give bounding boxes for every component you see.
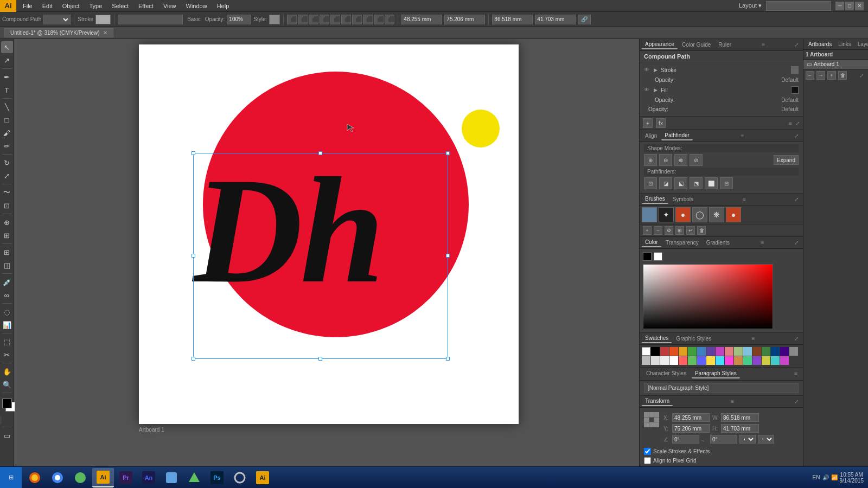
brush-btn-6[interactable]: 🗑 bbox=[697, 226, 706, 235]
handle-bm[interactable] bbox=[318, 357, 322, 361]
brushes-options-icon[interactable]: ≡ bbox=[741, 195, 748, 203]
swatch-olive[interactable] bbox=[762, 356, 770, 365]
x-input[interactable] bbox=[401, 15, 442, 24]
menu-object[interactable]: Object bbox=[58, 2, 84, 10]
fill-color-swatch[interactable] bbox=[2, 399, 12, 408]
swatch-orchid[interactable] bbox=[780, 356, 789, 365]
swatch-2[interactable] bbox=[669, 347, 678, 356]
crop-btn[interactable]: ⬔ bbox=[690, 177, 703, 189]
brushes-expand-icon[interactable]: ⤢ bbox=[792, 195, 801, 203]
swatch-grn-lt[interactable] bbox=[688, 356, 697, 365]
fill-color-display[interactable] bbox=[791, 86, 799, 94]
artboard-btn-3[interactable]: + bbox=[827, 71, 836, 80]
shape-builder-tool[interactable]: ⊕ bbox=[1, 216, 13, 228]
swatch-gray3[interactable] bbox=[651, 356, 660, 365]
tab-swatches[interactable]: Swatches bbox=[642, 334, 672, 343]
stroke-visibility-icon[interactable]: 👁 bbox=[644, 67, 650, 73]
align-middle-btn[interactable]: ⬛ bbox=[330, 15, 340, 24]
fx-btn[interactable]: fx bbox=[656, 118, 666, 128]
brush-btn-2[interactable]: − bbox=[654, 226, 662, 235]
pen-tool[interactable]: ✒ bbox=[1, 71, 13, 83]
taskbar-clock[interactable]: 10:55 AM 9/14/2015 bbox=[840, 472, 864, 484]
distribute-v-btn[interactable]: ⬛ bbox=[363, 15, 373, 24]
transform-shear-input[interactable] bbox=[710, 435, 737, 444]
swatch-teal[interactable] bbox=[771, 356, 780, 365]
tab-layers[interactable]: Layers bbox=[855, 40, 868, 48]
swatch-mag[interactable] bbox=[725, 356, 733, 365]
canvas-area[interactable]: Dh Artboard 1 bbox=[14, 39, 639, 474]
zoom-tool[interactable]: 🔍 bbox=[1, 378, 13, 390]
menu-effect[interactable]: Effect bbox=[134, 2, 158, 10]
add-appearance-btn[interactable]: + bbox=[643, 118, 653, 128]
taskbar-app3[interactable] bbox=[69, 468, 91, 487]
tab-char-styles[interactable]: Character Styles bbox=[643, 369, 690, 378]
brush-btn-5[interactable]: ↩ bbox=[686, 226, 695, 235]
appearance-expand-icon[interactable]: ⤢ bbox=[795, 120, 800, 126]
swatch-brn[interactable] bbox=[734, 356, 743, 365]
swatch-10[interactable] bbox=[743, 347, 752, 356]
swatch-mint[interactable] bbox=[743, 356, 752, 365]
pathfinder-expand-icon[interactable]: ⤢ bbox=[792, 132, 801, 140]
symbol-6[interactable]: ● bbox=[726, 207, 741, 222]
align-pixel-checkbox[interactable] bbox=[644, 457, 651, 464]
perspective-tool[interactable]: ⊞ bbox=[1, 229, 13, 241]
rotate-tool[interactable]: ↻ bbox=[1, 157, 13, 169]
brush-btn-1[interactable]: + bbox=[643, 226, 652, 235]
swatch-7[interactable] bbox=[716, 347, 724, 356]
tab-links[interactable]: Links bbox=[835, 40, 853, 48]
transform-h-input[interactable] bbox=[721, 424, 759, 433]
reference-point-grid[interactable] bbox=[644, 412, 659, 427]
handle-bl[interactable] bbox=[192, 357, 195, 361]
taskbar-illustrator[interactable]: Ai bbox=[92, 468, 114, 487]
transform-expand-icon[interactable]: ⤢ bbox=[792, 397, 801, 406]
align-bottom-btn[interactable]: ⬛ bbox=[341, 15, 351, 24]
minus-back-btn[interactable]: ⊟ bbox=[720, 177, 733, 189]
swatch-8[interactable] bbox=[725, 347, 733, 356]
swatch-gray4[interactable] bbox=[660, 356, 669, 365]
panel-options-icon[interactable]: ≡ bbox=[760, 41, 767, 49]
doc-tab-close-icon[interactable]: ✕ bbox=[103, 30, 107, 36]
swatch-black[interactable] bbox=[651, 347, 660, 356]
gradient-tool[interactable]: ◫ bbox=[1, 259, 13, 271]
line-tool[interactable]: ╲ bbox=[1, 101, 13, 113]
align-left-btn[interactable]: ⬛ bbox=[287, 15, 297, 24]
align-right-btn[interactable]: ⬛ bbox=[309, 15, 318, 24]
free-transform-tool[interactable]: ⊡ bbox=[1, 200, 13, 211]
tab-brushes[interactable]: Brushes bbox=[642, 195, 668, 204]
taskbar-chrome[interactable] bbox=[47, 468, 68, 487]
symbol-5[interactable]: ❋ bbox=[709, 207, 724, 222]
path-select[interactable] bbox=[43, 15, 71, 24]
stroke-weight-input[interactable] bbox=[118, 15, 183, 24]
draw-behind[interactable] bbox=[3, 416, 11, 425]
symbol-sprayer-tool[interactable]: ◌ bbox=[1, 306, 13, 318]
swatch-12[interactable] bbox=[762, 347, 770, 356]
taskbar-app10[interactable] bbox=[229, 468, 251, 487]
swatch-11[interactable] bbox=[752, 347, 761, 356]
tab-color-guide[interactable]: Color Guide bbox=[679, 41, 714, 49]
taskbar-photoshop[interactable]: Ps bbox=[206, 468, 228, 487]
slice-tool[interactable]: ✂ bbox=[1, 349, 13, 361]
swatch-6[interactable] bbox=[706, 347, 715, 356]
taskbar-animate[interactable]: An bbox=[138, 468, 159, 487]
fill-visibility-icon[interactable]: 👁 bbox=[644, 87, 650, 93]
tab-artboards[interactable]: Artboards bbox=[806, 40, 834, 48]
column-graph-tool[interactable]: 📊 bbox=[1, 319, 13, 331]
handle-br[interactable] bbox=[446, 357, 450, 361]
swatch-1[interactable] bbox=[660, 347, 669, 356]
tab-ruler[interactable]: Ruler bbox=[715, 41, 735, 49]
swatch-none[interactable] bbox=[642, 347, 650, 356]
swatch-3[interactable] bbox=[679, 347, 687, 356]
swatch-gray2[interactable] bbox=[642, 356, 650, 365]
brush-btn-4[interactable]: ⊞ bbox=[675, 226, 684, 235]
appearance-options-icon[interactable]: ≡ bbox=[789, 120, 792, 126]
search-input[interactable] bbox=[766, 1, 831, 11]
close-button[interactable]: ✕ bbox=[855, 2, 864, 10]
unite-btn[interactable]: ⊕ bbox=[644, 154, 657, 166]
blend-tool[interactable]: ∞ bbox=[1, 289, 13, 301]
menu-type[interactable]: Type bbox=[85, 2, 107, 10]
tab-gradients[interactable]: Gradients bbox=[703, 239, 733, 247]
paintbrush-tool[interactable]: 🖌 bbox=[1, 127, 13, 139]
swatch-white[interactable] bbox=[669, 356, 678, 365]
fg-color-box[interactable] bbox=[643, 252, 652, 261]
exclude-btn[interactable]: ⊘ bbox=[690, 154, 703, 166]
